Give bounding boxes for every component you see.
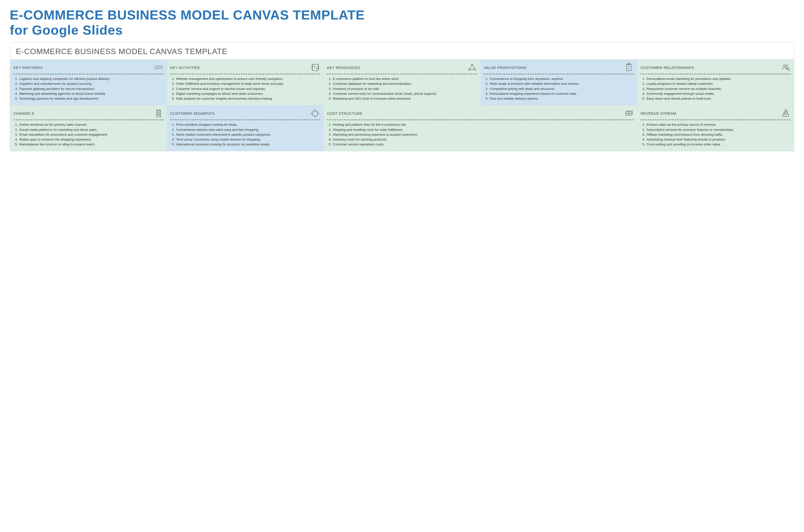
cell-list: Convenience of shopping from anywhere, a… [484, 77, 634, 101]
list-item: Logistics and shipping companies for eff… [19, 77, 164, 81]
canvas-title: E-COMMERCE BUSINESS MODEL CANVAS TEMPLAT… [10, 43, 794, 59]
cell-header: VALUE PROPOSITIONS [484, 62, 634, 73]
cell-title: REVENUE STREAM [640, 111, 676, 115]
cell-customer-relationships: CUSTOMER RELATIONSHIPS Personalized emai… [637, 59, 794, 105]
page-title-line1: E-COMMERCE BUSINESS MODEL CANVAS TEMPLAT… [10, 7, 365, 22]
svg-rect-17 [783, 114, 788, 116]
list-item: Technology partners for website and app … [19, 96, 164, 101]
svg-rect-10 [157, 111, 160, 113]
strategy-icon [311, 63, 320, 72]
list-item: Inventory costs for stocking products. [332, 137, 634, 142]
canvas-container: E-COMMERCE BUSINESS MODEL CANVAS TEMPLAT… [10, 42, 794, 151]
list-item: Loyalty programs to reward repeat custom… [646, 82, 791, 86]
divider [327, 120, 634, 120]
list-item: Wide range of products with detailed inf… [489, 82, 634, 86]
cash-register-icon [781, 108, 791, 118]
list-item: Customer database for marketing and pers… [332, 82, 477, 86]
cell-list: Hosting and platform fees for the e-comm… [327, 122, 634, 147]
list-item: Convenience seekers who value easy and f… [176, 128, 320, 132]
cell-title: COST STRUCTURE [327, 111, 362, 115]
svg-rect-5 [628, 63, 630, 65]
list-item: Advertising revenue from featuring brand… [646, 137, 791, 142]
puzzle-icon [311, 108, 320, 118]
cell-list: Price-sensitive shoppers looking for dea… [170, 122, 320, 147]
cell-title: KEY PARTNERS [13, 65, 43, 70]
svg-point-7 [786, 65, 788, 67]
list-item: Shipping and handling costs for order fu… [332, 128, 634, 132]
list-item: Mobile apps to enhance the shopping expe… [19, 137, 164, 142]
list-item: Tech-savvy consumers using mobile device… [176, 137, 320, 142]
list-item: Niche market customers interested in spe… [176, 133, 320, 137]
page-title-line2: for Google Slides [10, 23, 123, 37]
cell-header: CUSTOMER SEGMENTS [170, 108, 320, 119]
handshake-icon [154, 63, 164, 72]
divider [484, 74, 634, 74]
svg-point-8 [787, 68, 789, 70]
cell-header: COST STRUCTURE [327, 108, 634, 119]
list-item: Competitive pricing with deals and disco… [489, 87, 634, 91]
list-item: Price-sensitive shoppers looking for dea… [176, 122, 320, 127]
list-item: Marketing and SEO tools to increase onli… [332, 96, 477, 101]
cell-list: E-commerce platform to host the online s… [327, 77, 477, 101]
list-item: Data analysis for customer insights and … [176, 96, 320, 101]
list-item: Email newsletters for promotions and cus… [19, 133, 164, 137]
cell-title: KEY ACTIVITIES [170, 65, 200, 70]
list-item: Hosting and platform fees for the e-comm… [332, 122, 634, 127]
cell-list: Logistics and shipping companies for eff… [13, 77, 164, 101]
svg-point-1 [471, 64, 473, 65]
cell-cost-structure: COST STRUCTURE Hosting and platform fees… [323, 105, 637, 151]
cell-title: CHANNELS [13, 111, 34, 115]
cell-title: CUSTOMER SEGMENTS [170, 111, 214, 115]
page-title: E-COMMERCE BUSINESS MODEL CANVAS TEMPLAT… [10, 7, 794, 38]
divider [640, 74, 791, 74]
divider [170, 74, 320, 74]
list-item: Responsive customer service via multiple… [646, 87, 791, 91]
list-item: Affiliate marketing commissions from dir… [646, 133, 791, 137]
cell-key-partners: KEY PARTNERS Logistics and shipping comp… [10, 59, 167, 105]
list-item: Suppliers and manufacturers for product … [19, 82, 164, 86]
cell-key-activities: KEY ACTIVITIES Website management and op… [167, 59, 324, 105]
cell-title: VALUE PROPOSITIONS [484, 65, 526, 70]
train-icon [154, 108, 164, 118]
svg-point-15 [627, 113, 627, 114]
cell-key-resources: KEY RESOURCES E-commerce platform to hos… [323, 59, 481, 105]
cell-value-propositions: VALUE PROPOSITIONS Convenience of shoppi… [481, 59, 637, 105]
list-item: Convenience of shopping from anywhere, a… [489, 77, 634, 81]
list-item: Easy return and refund policies to build… [646, 96, 791, 101]
users-search-icon [781, 63, 791, 72]
list-item: Order fulfillment and inventory manageme… [176, 82, 320, 86]
list-item: Marketing and advertising expenses to ac… [332, 133, 634, 137]
list-item: Marketing and advertising agencies to bo… [19, 92, 164, 96]
list-item: Subscription services for premium featur… [646, 128, 791, 132]
list-item: Fast and reliable delivery options. [489, 96, 634, 101]
cell-customer-segments: CUSTOMER SEGMENTS Price-sensitive shoppe… [167, 105, 324, 151]
list-item: Marketplaces like Amazon or eBay to expa… [19, 142, 164, 147]
divider [13, 74, 164, 74]
svg-rect-13 [626, 112, 632, 115]
money-icon [624, 108, 634, 118]
svg-point-16 [631, 113, 631, 114]
cell-revenue-stream: REVENUE STREAM Product sales as the prim… [637, 105, 794, 151]
cell-title: KEY RESOURCES [327, 65, 360, 70]
list-item: Customer service and support to resolve … [176, 87, 320, 91]
cell-list: Personalized email marketing for promoti… [640, 77, 791, 101]
cell-header: CUSTOMER RELATIONSHIPS [640, 62, 791, 73]
svg-point-14 [628, 113, 630, 114]
cell-channels: CHANNELS Online storefront as the primar… [10, 105, 167, 151]
list-item: Cross-selling and upselling to increase … [646, 142, 791, 147]
network-icon [467, 63, 477, 72]
cell-header: CHANNELS [13, 108, 164, 119]
list-item: Community engagement through social medi… [646, 92, 791, 96]
divider [13, 120, 164, 120]
canvas-grid: KEY PARTNERS Logistics and shipping comp… [10, 59, 794, 151]
cell-list: Website management and optimization to e… [170, 77, 320, 101]
list-item: International customers looking for prod… [176, 142, 320, 147]
cell-title: CUSTOMER RELATIONSHIPS [640, 65, 694, 70]
list-item: Personalized shopping experience based o… [489, 92, 634, 96]
list-item: Product sales as the primary source of r… [646, 122, 791, 127]
divider [170, 120, 320, 120]
checklist-icon [624, 63, 634, 72]
svg-rect-0 [313, 64, 318, 71]
list-item: Customer service tools for communication… [332, 92, 477, 96]
list-item: Digital marketing campaigns to attract a… [176, 92, 320, 96]
